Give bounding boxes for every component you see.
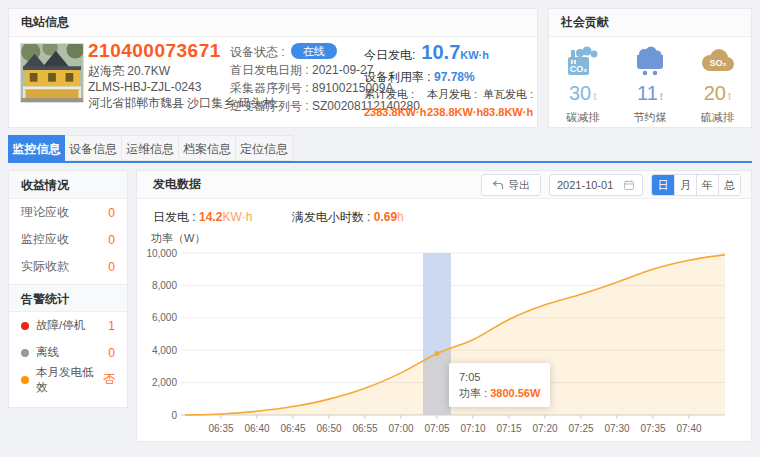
daily-gen-value: 14.2 <box>199 210 222 224</box>
generation-stats-line: 日发电 : 14.2KW·h 满发电小时数 : 0.69h <box>153 209 440 226</box>
full-hours-value: 0.69 <box>374 210 397 224</box>
utilization-value: 97.78% <box>434 70 475 84</box>
so2-value: 20 <box>704 82 726 104</box>
calendar-icon <box>623 179 635 191</box>
total-gen-stat: 累计发电 :2383.8KW·h <box>364 87 427 118</box>
utilization-label: 设备利用率 : <box>364 70 431 84</box>
chart-y-axis-title: 功率（W） <box>151 231 205 246</box>
svg-text:06:40: 06:40 <box>244 423 269 434</box>
low-efficiency-status-dot <box>21 376 29 384</box>
social-panel-title: 社会贡献 <box>549 9 751 37</box>
svg-text:07:40: 07:40 <box>676 423 701 434</box>
revenue-row-actual: 实际收款0 <box>9 253 127 280</box>
svg-text:8,000: 8,000 <box>152 280 177 291</box>
date-picker-input[interactable]: 2021-10-01 <box>549 174 643 196</box>
svg-text:2,000: 2,000 <box>152 377 177 388</box>
period-day-button[interactable]: 日 <box>652 175 674 195</box>
inverter-sn-label: 逆变器序列号 : <box>230 99 309 113</box>
alarm-row-low-efficiency: 本月发电低效否 <box>9 366 127 393</box>
today-gen-label: 今日发电: <box>364 48 415 62</box>
export-button[interactable]: 导出 <box>481 174 541 196</box>
coal-label: 节约煤 <box>620 110 680 125</box>
svg-text:07:15: 07:15 <box>496 423 521 434</box>
svg-text:07:20: 07:20 <box>532 423 557 434</box>
tooltip-time: 7:05 <box>459 369 540 385</box>
svg-text:CO₂: CO₂ <box>569 64 587 74</box>
svg-text:07:00: 07:00 <box>388 423 413 434</box>
alarm-row-fault: 故障/停机1 <box>9 312 127 339</box>
generation-panel-title: 发电数据 <box>153 177 201 191</box>
collector-sn-label: 采集器序列号 : <box>230 81 309 95</box>
station-panel-title: 电站信息 <box>9 9 537 37</box>
power-area-chart[interactable]: 02,0004,0006,0008,00010,00006:3506:4006:… <box>145 245 745 439</box>
tab-archive-info[interactable]: 档案信息 <box>179 135 236 161</box>
coal-saved-item: 11t 节约煤 <box>620 45 680 125</box>
co2-reduction-item: CO₂ 30t 碳减排 <box>553 45 613 125</box>
alarm-row-offline: 离线0 <box>9 339 127 366</box>
svg-text:6,000: 6,000 <box>152 312 177 323</box>
period-button-group: 日 月 年 总 <box>651 174 741 196</box>
fault-status-dot <box>21 322 29 330</box>
svg-text:06:45: 06:45 <box>280 423 305 434</box>
tab-device-info[interactable]: 设备信息 <box>65 135 122 161</box>
offline-status-dot <box>21 349 29 357</box>
co2-factory-icon: CO₂ <box>566 45 600 77</box>
revenue-row-theoretical: 理论应收0 <box>9 199 127 226</box>
svg-text:SO₂: SO₂ <box>710 58 727 68</box>
tab-monitoring-info[interactable]: 监控信息 <box>8 135 65 161</box>
first-gen-date-label: 首日发电日期 : <box>230 63 309 77</box>
tooltip-label: 功率 : <box>459 387 490 399</box>
per-watt-gen-stat: 单瓦发电 :83.8KW·h <box>483 87 533 118</box>
social-contribution-panel: 社会贡献 CO₂ 30t 碳减排 11t 节 <box>548 8 752 128</box>
station-photo <box>20 43 84 103</box>
svg-text:07:35: 07:35 <box>640 423 665 434</box>
svg-text:4,000: 4,000 <box>152 345 177 356</box>
today-gen-value: 10.7 <box>421 41 460 63</box>
chart-tooltip: 7:05 功率 : 3800.56W <box>449 363 550 407</box>
svg-text:07:25: 07:25 <box>568 423 593 434</box>
tooltip-value: 3800.56W <box>490 387 540 399</box>
daily-gen-label: 日发电 : <box>153 210 196 224</box>
svg-text:07:05: 07:05 <box>424 423 449 434</box>
revenue-alarm-sidebar: 收益情况 理论应收0 监控应收0 实际收款0 告警统计 故障/停机1 离线0 本… <box>8 170 128 408</box>
generation-data-panel: 发电数据 导出 2021-10-01 日 月 年 总 日发电 : 14.2KW·… <box>136 170 752 442</box>
svg-text:06:35: 06:35 <box>208 423 233 434</box>
svg-text:07:30: 07:30 <box>604 423 629 434</box>
month-gen-stat: 本月发电 :238.8KW·h <box>427 87 483 118</box>
tabbar-underline <box>8 161 752 163</box>
svg-text:10,000: 10,000 <box>146 248 177 259</box>
revenue-row-monitored: 监控应收0 <box>9 226 127 253</box>
coal-value: 11 <box>637 82 658 104</box>
co2-label: 碳减排 <box>553 110 613 125</box>
svg-text:0: 0 <box>171 410 177 421</box>
station-info-panel: 电站信息 210400073671 赵海亮 20.7KW ZLMS-HBJ-ZJ… <box>8 8 538 128</box>
svg-text:06:55: 06:55 <box>352 423 377 434</box>
tab-location-info[interactable]: 定位信息 <box>236 135 293 161</box>
period-total-button[interactable]: 总 <box>718 175 740 195</box>
tab-operation-info[interactable]: 运维信息 <box>122 135 179 161</box>
so2-label: 硫减排 <box>687 110 747 125</box>
coal-cart-icon <box>633 45 667 77</box>
so2-reduction-item: SO₂ 20t 硫减排 <box>687 45 747 125</box>
today-gen-unit: KW·h <box>460 49 489 61</box>
co2-value: 30 <box>569 82 591 104</box>
so2-cloud-icon: SO₂ <box>699 45 735 77</box>
svg-text:06:50: 06:50 <box>316 423 341 434</box>
revenue-section-title: 收益情况 <box>9 171 127 199</box>
device-status-label: 设备状态 : <box>230 45 285 59</box>
online-status-badge: 在线 <box>291 43 337 59</box>
period-year-button[interactable]: 年 <box>696 175 718 195</box>
export-arrow-icon <box>492 179 504 191</box>
period-month-button[interactable]: 月 <box>674 175 696 195</box>
alarm-section-title: 告警统计 <box>9 284 127 312</box>
info-tabbar: 监控信息 设备信息 运维信息 档案信息 定位信息 <box>8 135 293 161</box>
full-hours-label: 满发电小时数 : <box>292 210 371 224</box>
svg-text:07:10: 07:10 <box>460 423 485 434</box>
